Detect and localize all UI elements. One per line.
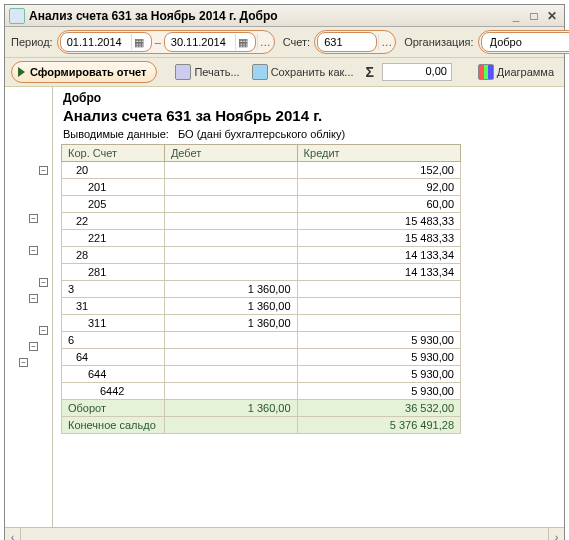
tree-collapse-node[interactable]: − bbox=[29, 246, 38, 255]
table-row[interactable]: 20560,00 bbox=[62, 196, 461, 213]
tree-collapse-node[interactable]: − bbox=[19, 358, 28, 367]
cell-debit: 1 360,00 bbox=[164, 298, 297, 315]
calendar-icon[interactable]: ▦ bbox=[131, 34, 147, 50]
table-row[interactable]: 64425 930,00 bbox=[62, 383, 461, 400]
table-row[interactable]: 311 360,00 bbox=[62, 298, 461, 315]
cell-account: 311 bbox=[62, 315, 165, 332]
window: Анализ счета 631 за Ноябрь 2014 г. Добро… bbox=[4, 4, 565, 540]
cell-total-label: Конечное сальдо bbox=[62, 417, 165, 434]
report-org: Добро bbox=[61, 91, 564, 105]
table-row[interactable]: 20192,00 bbox=[62, 179, 461, 196]
cell-account: 31 bbox=[62, 298, 165, 315]
cell-total-debit bbox=[164, 417, 297, 434]
org-group: ▾ bbox=[478, 30, 569, 54]
table-row[interactable]: 20152,00 bbox=[62, 162, 461, 179]
outline-pane: − − − − − − − − bbox=[5, 87, 53, 527]
sum-button[interactable]: Σ bbox=[362, 62, 378, 82]
table-row[interactable]: 2814 133,34 bbox=[62, 247, 461, 264]
date-from-field[interactable]: ▦ bbox=[60, 32, 152, 52]
table-row[interactable]: 645 930,00 bbox=[62, 349, 461, 366]
cell-account: 28 bbox=[62, 247, 165, 264]
date-to-input[interactable] bbox=[169, 35, 235, 49]
cell-total-label: Оборот bbox=[62, 400, 165, 417]
diagram-button[interactable]: Диаграмма bbox=[474, 62, 558, 82]
tree-collapse-node[interactable]: − bbox=[29, 214, 38, 223]
cell-credit: 5 930,00 bbox=[297, 349, 460, 366]
cell-account: 644 bbox=[62, 366, 165, 383]
tree-collapse-node[interactable]: − bbox=[29, 342, 38, 351]
scroll-left-button[interactable]: ‹ bbox=[5, 528, 21, 540]
table-row[interactable]: 31 360,00 bbox=[62, 281, 461, 298]
cell-debit bbox=[164, 179, 297, 196]
cell-credit bbox=[297, 298, 460, 315]
org-input[interactable] bbox=[486, 35, 569, 49]
cell-total-debit: 1 360,00 bbox=[164, 400, 297, 417]
table-total-row: Конечное сальдо5 376 491,28 bbox=[62, 417, 461, 434]
tree-collapse-node[interactable]: − bbox=[39, 166, 48, 175]
cell-debit bbox=[164, 162, 297, 179]
cell-debit bbox=[164, 332, 297, 349]
play-icon bbox=[18, 67, 25, 77]
cell-credit: 60,00 bbox=[297, 196, 460, 213]
period-group: ▦ – ▦ … bbox=[57, 30, 275, 54]
scroll-right-button[interactable]: › bbox=[548, 528, 564, 540]
chart-icon bbox=[478, 64, 494, 80]
cell-account: 281 bbox=[62, 264, 165, 281]
date-from-input[interactable] bbox=[65, 35, 131, 49]
calendar-icon[interactable]: ▦ bbox=[235, 34, 251, 50]
scroll-track[interactable] bbox=[21, 528, 548, 540]
toolbar: Сформировать отчет Печать... Сохранить к… bbox=[5, 58, 564, 87]
table-header-row: Кор. Счет Дебет Кредит bbox=[62, 145, 461, 162]
close-button[interactable]: ✕ bbox=[544, 9, 560, 23]
table-row[interactable]: 3111 360,00 bbox=[62, 315, 461, 332]
generate-label: Сформировать отчет bbox=[30, 66, 146, 78]
cell-debit bbox=[164, 196, 297, 213]
maximize-button[interactable]: □ bbox=[526, 9, 542, 23]
save-label: Сохранить как... bbox=[271, 66, 354, 78]
table-total-row: Оборот1 360,0036 532,00 bbox=[62, 400, 461, 417]
titlebar: Анализ счета 631 за Ноябрь 2014 г. Добро… bbox=[5, 5, 564, 27]
cell-account: 6 bbox=[62, 332, 165, 349]
cell-total-credit: 36 532,00 bbox=[297, 400, 460, 417]
sigma-icon: Σ bbox=[366, 64, 374, 80]
print-button[interactable]: Печать... bbox=[171, 62, 243, 82]
table-row[interactable]: 22115 483,33 bbox=[62, 230, 461, 247]
subtitle-value: БО (дані бухгалтерського обліку) bbox=[178, 128, 345, 140]
subtitle-label: Выводимые данные: bbox=[63, 128, 169, 140]
table-row[interactable]: 2215 483,33 bbox=[62, 213, 461, 230]
content-area: − − − − − − − − Добро Анализ счета 631 з… bbox=[5, 87, 564, 527]
cell-account: 205 bbox=[62, 196, 165, 213]
period-more-button[interactable]: … bbox=[257, 34, 273, 50]
cell-credit: 14 133,34 bbox=[297, 247, 460, 264]
tree-collapse-node[interactable]: − bbox=[39, 326, 48, 335]
cell-credit: 14 133,34 bbox=[297, 264, 460, 281]
account-input[interactable] bbox=[322, 35, 372, 49]
account-label: Счет: bbox=[283, 36, 310, 48]
table-row[interactable]: 65 930,00 bbox=[62, 332, 461, 349]
minimize-button[interactable]: _ bbox=[508, 9, 524, 23]
date-to-field[interactable]: ▦ bbox=[164, 32, 256, 52]
tree-collapse-node[interactable]: − bbox=[39, 278, 48, 287]
sum-value: 0,00 bbox=[382, 63, 452, 81]
app-icon bbox=[9, 8, 25, 24]
cell-account: 6442 bbox=[62, 383, 165, 400]
table-row[interactable]: 28114 133,34 bbox=[62, 264, 461, 281]
cell-account: 201 bbox=[62, 179, 165, 196]
period-label: Период: bbox=[11, 36, 53, 48]
horizontal-scrollbar[interactable]: ‹ › bbox=[5, 527, 564, 540]
account-field[interactable] bbox=[317, 32, 377, 52]
filter-bar: Период: ▦ – ▦ … Счет: … Организация: bbox=[5, 27, 564, 58]
cell-account: 221 bbox=[62, 230, 165, 247]
org-label: Организация: bbox=[404, 36, 473, 48]
report-pane: Добро Анализ счета 631 за Ноябрь 2014 г.… bbox=[53, 87, 564, 527]
generate-report-button[interactable]: Сформировать отчет bbox=[11, 61, 157, 83]
cell-debit: 1 360,00 bbox=[164, 315, 297, 332]
table-row[interactable]: 6445 930,00 bbox=[62, 366, 461, 383]
account-more-button[interactable]: … bbox=[378, 34, 394, 50]
cell-debit bbox=[164, 383, 297, 400]
cell-credit: 5 930,00 bbox=[297, 332, 460, 349]
org-field[interactable] bbox=[481, 32, 569, 52]
tree-collapse-node[interactable]: − bbox=[29, 294, 38, 303]
cell-credit: 5 930,00 bbox=[297, 383, 460, 400]
save-as-button[interactable]: Сохранить как... bbox=[248, 62, 358, 82]
